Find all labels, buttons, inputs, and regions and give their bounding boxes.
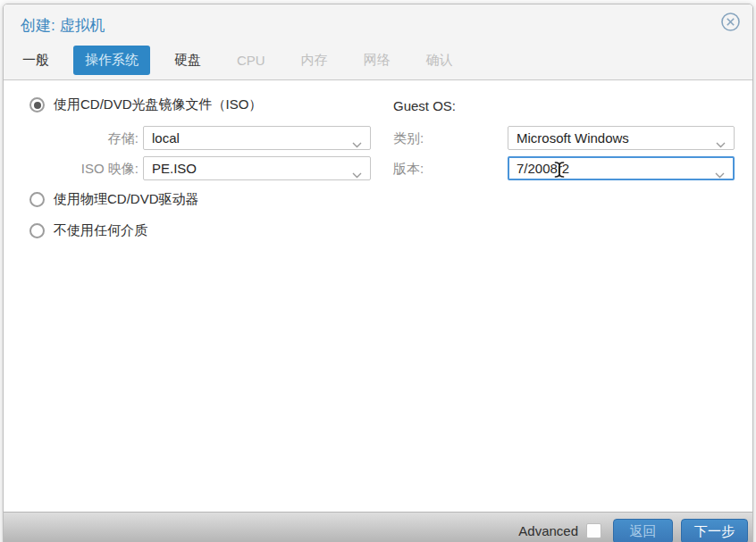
radio-no-media[interactable]	[29, 223, 45, 238]
advanced-checkbox[interactable]	[586, 523, 601, 538]
chevron-down-icon	[715, 166, 725, 181]
storage-label: 存储:	[4, 126, 139, 150]
dialog-header: 创建: 虚拟机 一般 操作系统 硬盘 CPU 内存 网络 确认	[4, 4, 752, 80]
radio-row-no-media: 不使用任何介质	[29, 222, 147, 239]
radio-use-iso-label: 使用CD/DVD光盘镜像文件（ISO）	[54, 96, 262, 113]
tab-disk[interactable]: 硬盘	[163, 46, 213, 75]
os-version-select-value: 7/2008r2	[517, 161, 569, 176]
chevron-down-icon	[716, 136, 726, 151]
iso-image-select-value: PE.ISO	[152, 161, 197, 176]
chevron-down-icon	[352, 166, 362, 181]
os-version-label: 版本:	[393, 156, 424, 180]
tab-cpu: CPU	[225, 46, 277, 74]
create-vm-dialog: 创建: 虚拟机 一般 操作系统 硬盘 CPU 内存 网络 确认 使用CD/DVD…	[3, 4, 753, 542]
chevron-down-icon	[352, 136, 362, 151]
storage-select[interactable]: local	[143, 126, 371, 150]
circled-x-icon	[720, 12, 741, 36]
radio-use-physical-drive[interactable]	[29, 192, 45, 207]
os-type-select[interactable]: Microsoft Windows	[508, 126, 735, 150]
wizard-tabs: 一般 操作系统 硬盘 CPU 内存 网络 确认	[11, 46, 745, 75]
os-version-select[interactable]: 7/2008r2	[508, 156, 735, 180]
radio-use-iso[interactable]	[29, 97, 45, 113]
radio-no-media-label: 不使用任何介质	[54, 222, 147, 239]
tab-network: 网络	[352, 46, 402, 75]
os-tab-panel: 使用CD/DVD光盘镜像文件（ISO） 存储: local ISO 映像: PE…	[4, 81, 752, 512]
tab-general[interactable]: 一般	[11, 46, 61, 75]
close-button[interactable]	[719, 13, 741, 34]
tab-os[interactable]: 操作系统	[73, 46, 150, 75]
dialog-title: 创建: 虚拟机	[21, 15, 105, 36]
advanced-label: Advanced	[518, 519, 578, 542]
radio-use-physical-drive-label: 使用物理CD/DVD驱动器	[54, 191, 199, 208]
tab-confirm: 确认	[415, 46, 465, 75]
storage-select-value: local	[152, 130, 180, 146]
iso-image-select[interactable]: PE.ISO	[143, 156, 371, 180]
guest-os-heading: Guest OS:	[393, 98, 456, 113]
back-button[interactable]: 返回	[613, 519, 673, 542]
iso-image-label: ISO 映像:	[4, 156, 139, 180]
radio-row-physical: 使用物理CD/DVD驱动器	[29, 191, 199, 208]
dialog-footer: Advanced 返回 下一步	[4, 512, 752, 542]
radio-row-iso: 使用CD/DVD光盘镜像文件（ISO）	[29, 96, 262, 113]
tab-memory: 内存	[290, 46, 340, 75]
os-type-select-value: Microsoft Windows	[517, 130, 629, 146]
os-type-label: 类别:	[393, 126, 424, 150]
next-button[interactable]: 下一步	[681, 519, 748, 542]
